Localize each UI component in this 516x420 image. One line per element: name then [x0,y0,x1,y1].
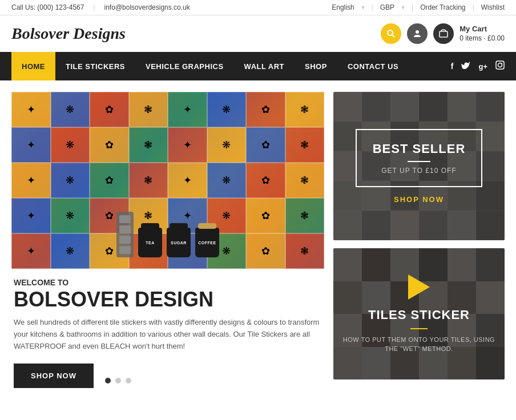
hero-image: ✦ ❋ ✿ ❃ ✦ ❋ ✿ ❃ ✦ ❋ ✿ ❃ ✦ ❋ ✿ ❃ ✦ ❋ ✿ ❃ [11,92,324,269]
svg-rect-3 [440,31,448,37]
best-seller-title: BEST SELLER [373,142,466,156]
best-seller-subtitle: GET UP TO £10 OFF [373,167,466,175]
cart-title: My Cart [459,25,505,34]
cart-items: 0 items · £0.00 [459,34,505,43]
promo-overlay: BEST SELLER GET UP TO £10 OFF SHOP NOW [333,92,505,240]
spice-jar [119,246,131,254]
dot-3[interactable] [126,378,131,383]
right-column: BEST SELLER GET UP TO £10 OFF SHOP NOW [333,92,505,388]
tiles-sticker-title: TILES STICKER [368,308,470,322]
tile-cell: ❃ [285,127,325,163]
tile-cell: ✿ [246,92,285,127]
tile-cell: ❃ [285,198,325,233]
facebook-icon[interactable]: f [451,62,454,71]
navigation: HOME TILE STICKERS VEHICLE GRAPHICS WALL… [0,52,516,80]
tile-cell: ✦ [11,233,51,269]
twitter-icon[interactable] [461,61,470,71]
tiles-sticker-subtitle: HOW TO PUT THEM ONTO YOUR TILES, USING T… [342,335,495,354]
kitchen-items: TEA SUGAR COFFEE [116,212,219,257]
tile-cell: ✦ [168,163,207,198]
shop-now-button[interactable]: SHOP NOW [14,364,94,388]
nav-item-home[interactable]: HOME [11,52,55,80]
tile-cell: ❃ [129,127,168,163]
nav-item-wall-art[interactable]: WALL ART [234,52,295,80]
header-right: My Cart 0 items · £0.00 [381,23,505,44]
tile-cell: ✿ [246,198,285,233]
tile-cell: ❋ [207,163,247,198]
currency-selector[interactable]: GBP [380,3,394,11]
account-button[interactable] [407,23,428,44]
nav-item-contact-us[interactable]: CONTACT US [337,52,409,80]
promo-divider [408,161,430,162]
tile-cell: ✦ [168,92,207,127]
tiles-overlay: TILES STICKER HOW TO PUT THEM ONTO YOUR … [333,248,505,379]
divider: | [93,3,95,11]
promo-box: BEST SELLER GET UP TO £10 OFF [356,129,483,187]
cart-icon-button[interactable] [433,23,454,44]
tile-cell: ✿ [246,163,285,198]
tile-cell: ✿ [90,127,129,163]
carousel-dots [105,378,131,383]
tile-cell: ✦ [11,198,51,233]
tile-cell: ❃ [285,233,325,269]
tile-cell: ✦ [11,127,51,163]
welcome-to: WELCOME TO [14,278,322,287]
best-seller-card[interactable]: BEST SELLER GET UP TO £10 OFF SHOP NOW [333,92,505,240]
tile-cell: ✿ [90,92,129,127]
svg-point-0 [388,30,393,35]
svg-point-6 [502,63,503,64]
call-us: Call Us: (000) 123-4567 [11,3,84,11]
top-bar: Call Us: (000) 123-4567 | info@bolsoverd… [0,0,516,15]
tiles-sticker-card[interactable]: TILES STICKER HOW TO PUT THEM ONTO YOUR … [333,248,505,379]
search-button[interactable] [381,23,401,44]
tile-cell: ❋ [51,198,90,233]
tile-cell: ✿ [90,163,129,198]
tile-cell: ❋ [51,233,90,269]
top-bar-left: Call Us: (000) 123-4567 | info@bolsoverd… [11,3,190,11]
left-column: ✦ ❋ ✿ ❃ ✦ ❋ ✿ ❃ ✦ ❋ ✿ ❃ ✦ ❋ ✿ ❃ ✦ ❋ ✿ ❃ [11,92,324,388]
welcome-section: WELCOME TO BOLSOVER DESIGN We sell hundr… [11,278,324,388]
tile-cell: ❃ [129,92,168,127]
tile-cell: ❃ [285,92,325,127]
tile-cell: ✿ [246,233,285,269]
best-seller-shop-now[interactable]: SHOP NOW [394,195,444,204]
spice-rack [116,212,134,257]
nav-item-tile-stickers[interactable]: TILE STICKERS [55,52,135,80]
nav-item-vehicle-graphics[interactable]: VEHICLE GRAPHICS [135,52,234,80]
header: Bolsover Designs My Cart 0 items · £0.00 [0,15,516,52]
tile-cell: ❃ [129,163,168,198]
wishlist-link[interactable]: Wishlist [481,3,505,11]
svg-point-2 [416,30,419,34]
spice-jar [119,225,131,233]
tiles-divider [410,328,428,329]
svg-line-1 [392,35,394,37]
dot-1[interactable] [105,378,111,383]
order-tracking-link[interactable]: Order Tracking [420,3,465,11]
svg-rect-4 [496,61,504,69]
spice-jar [119,215,131,223]
tile-cell: ✦ [168,127,207,163]
top-bar-right: English ▾ | GBP ▾ | Order Tracking | Wis… [332,3,505,11]
tea-jar: TEA [138,228,162,257]
logo[interactable]: Bolsover Designs [11,25,126,43]
instagram-icon[interactable] [495,60,505,72]
tile-cell: ❋ [51,127,90,163]
tile-cell: ✿ [246,127,285,163]
nav-item-shop[interactable]: SHOP [295,52,337,80]
tile-cell: ✦ [11,163,51,198]
tile-cell: ✦ [11,92,51,127]
sugar-jar: SUGAR [167,228,191,257]
tile-cell: ❋ [51,163,90,198]
googleplus-icon[interactable]: g+ [478,62,487,71]
brand-name: BOLSOVER DESIGN [14,289,322,310]
language-selector[interactable]: English [332,3,354,11]
cart-text: My Cart 0 items · £0.00 [459,25,505,43]
description: We sell hundreds of different tile stick… [14,317,322,352]
email: info@bolsoverdesigns.co.uk [104,3,190,11]
play-icon [408,274,430,300]
tile-cell: ❋ [51,92,90,127]
tile-cell: ❋ [207,92,247,127]
nav-social: f g+ [451,60,505,72]
tile-cell: ❋ [207,127,247,163]
dot-2[interactable] [115,378,121,383]
